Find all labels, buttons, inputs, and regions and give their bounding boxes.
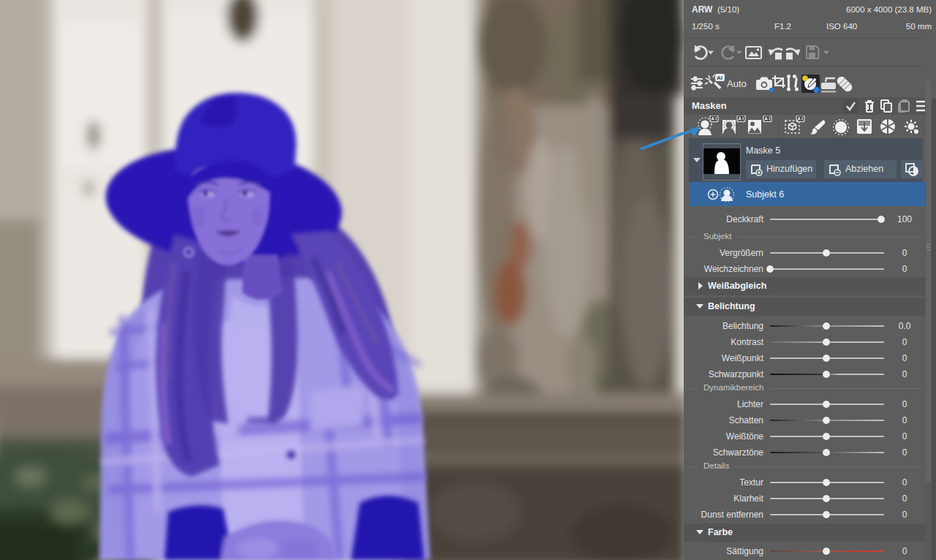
svg-text:Auto: Auto bbox=[727, 78, 747, 89]
svg-text:AI: AI bbox=[717, 75, 722, 81]
